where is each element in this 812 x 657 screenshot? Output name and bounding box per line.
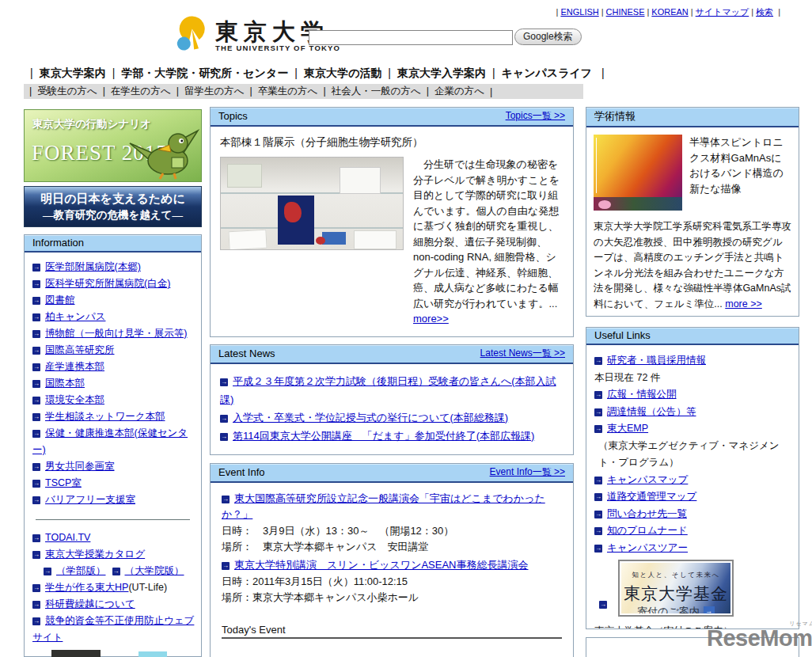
catalog-sub-links: →（学部版）→（大学院版） [32, 563, 195, 579]
useful-link-procurement[interactable]: 調達情報（公告）等 [607, 406, 696, 417]
research-figure-image [594, 135, 682, 211]
arrow-bullet-icon: → [32, 617, 40, 625]
resemom-watermark: リセマム ReseMom. [707, 625, 812, 651]
news-item: →第114回東京大学公開講座 「だます」参加受付終了(本部広報課) [220, 427, 563, 445]
arrow-bullet-icon: → [220, 433, 228, 441]
useful-link-campus-map[interactable]: キャンパスマップ [607, 474, 688, 485]
useful-link-contact[interactable]: 問い合わせ先一覧 [607, 508, 687, 519]
sitemap-link[interactable]: サイトマップ [696, 7, 749, 17]
sidebar-link-environment[interactable]: 環境安全本部 [45, 394, 104, 405]
event-datetime: 日時： 3月9日（水）13：30～ （開場12：30） [222, 523, 562, 538]
arrow-bullet-icon: → [32, 313, 40, 321]
list-item: →科研費繰越について [32, 596, 195, 613]
sidebar-link-counseling[interactable]: 学生相談ネットワーク本部 [45, 411, 165, 422]
nav-item-about[interactable]: 東京大学案内 [24, 66, 106, 79]
arrow-bullet-icon: → [32, 347, 40, 355]
sidebar-link-ims-hospital[interactable]: 医科学研究所附属病院(白金) [45, 278, 170, 289]
topics-content: 本部棟１階展示（分子細胞生物学研究所） 分生研では生命現 [211, 127, 573, 336]
nav-item-international[interactable]: 留学生の方へ [171, 85, 245, 98]
list-item: →TSCP室 [32, 475, 195, 492]
arrow-bullet-icon: → [32, 480, 40, 488]
arrow-bullet-icon: → [32, 534, 40, 542]
information-header: Information [25, 235, 201, 253]
nav-item-schools[interactable]: 学部・大学院・研究所・センター [106, 66, 289, 79]
search-input[interactable] [309, 30, 513, 45]
lang-link-korean: KOREAN [644, 7, 688, 17]
arrow-bullet-icon: → [32, 551, 40, 559]
lang-link[interactable]: CHINESE [606, 7, 645, 17]
sidebar-link-health[interactable]: 保健・健康推進本部(保健センター) [32, 427, 188, 455]
lang-link[interactable]: KOREAN [651, 7, 688, 17]
topics-list-link[interactable]: Topics一覧 >> [506, 109, 565, 123]
sidebar-link-utlife[interactable]: 学生が作る東大HP [45, 582, 128, 593]
forest-2015-banner[interactable]: 東京大学の行動シナリオ FOREST 2015 [24, 109, 202, 182]
sitemap-link-wrap: サイトマップ [689, 7, 749, 17]
arrow-bullet-icon: → [220, 415, 228, 423]
useful-links-header-label: Useful Links [594, 329, 651, 341]
list-item: →国際本部 [32, 375, 195, 392]
arrow-bullet-icon: → [32, 397, 40, 404]
useful-link-campus-tour[interactable]: キャンパスツアー [607, 542, 688, 553]
todays-event-header: Today's Event [222, 624, 562, 639]
search-link[interactable]: 検索 [756, 7, 773, 17]
nav-item-companies[interactable]: 企業の方へ [421, 85, 484, 98]
list-item: →問い合わせ先一覧 [594, 506, 791, 523]
useful-link-recruit[interactable]: 研究者・職員採用情報 [607, 355, 706, 366]
news-link[interactable]: 第114回東京大学公開講座 「だます」参加受付終了(本部広報課) [233, 430, 534, 442]
sidebar-link-barrier-free[interactable]: バリアフリー支援室 [45, 494, 135, 505]
useful-link-traffic-map[interactable]: 道路交通管理マップ [607, 491, 696, 502]
utokyo-foundation-banner[interactable]: 知と人と、そして未来へ 東京大学基金 寄付のご案内→ [618, 560, 734, 617]
sidebar-link-museum[interactable]: 博物館（一般向け見学・展示等) [45, 328, 187, 339]
news-link[interactable]: 入学式・卒業式・学位記授与式の挙行について(本部総務課) [233, 412, 508, 423]
mirai-banner[interactable]: 明日の日本を支えるために ―教育研究の危機を越えて― [24, 186, 202, 227]
sidebar-link-hospital-hongo[interactable]: 医学部附属病院(本郷) [45, 261, 141, 272]
google-search-button[interactable]: Google検索 [514, 28, 582, 45]
sidebar-link-kashiwa[interactable]: 柏キャンパス [45, 311, 105, 322]
useful-link-promenade[interactable]: 知のプロムナード [607, 525, 688, 536]
event-link[interactable]: 東大国際高等研究所設立記念一般講演会「宇宙はどこまでわかったか？」 [222, 492, 545, 520]
arrow-bullet-icon: → [32, 430, 40, 438]
latest-news-list-link[interactable]: Latest News一覧 >> [480, 347, 565, 360]
arrow-bullet-icon: → [32, 584, 40, 592]
news-link[interactable]: 平成２３年度第２次学力試験（後期日程）受験者の皆さんへ(本部入試課) [220, 375, 556, 405]
arrow-bullet-icon: → [32, 264, 40, 272]
information-box: Information →医学部附属病院(本郷) →医科学研究所附属病院(白金)… [24, 234, 202, 657]
catalog-undergrad-link[interactable]: （学部版） [56, 565, 106, 576]
sidebar-link-misuse-prevention[interactable]: 競争的資金等不正使用防止ウェブサイト [32, 615, 194, 643]
arrow-bullet-icon: → [220, 378, 228, 386]
nav-item-activities[interactable]: 東京大学の活動 [288, 66, 381, 79]
sidebar-link-ias[interactable]: 国際高等研究所 [45, 344, 115, 355]
nav-item-applicants[interactable]: 受験生の方へ [24, 85, 97, 98]
event-place: 場所：東京大学本郷キャンパス小柴ホール [222, 590, 562, 605]
sidebar-link-ducr[interactable]: 産学連携本部 [45, 361, 104, 372]
information-header-label: Information [32, 237, 84, 249]
catalog-grad-link[interactable]: （大学院版） [125, 565, 184, 576]
event-link[interactable]: 東京大学特別講演 スリン・ビッスワンASEAN事務総長講演会 [234, 559, 529, 571]
nav-item-campuslife[interactable]: キャンパスライフ [486, 66, 592, 79]
useful-link-emp[interactable]: 東大EMP [607, 423, 648, 434]
event-item: →東大国際高等研究所設立記念一般講演会「宇宙はどこまでわかったか？」 日時： 3… [222, 491, 562, 554]
sidebar-link-tscp[interactable]: TSCP室 [45, 477, 82, 488]
partial-banner-cyan[interactable] [138, 651, 167, 657]
utokyo-homepage: ENGLISHCHINESEKOREANサイトマップ検索 東京大学 THE UN… [0, 0, 812, 657]
sidebar-link-gender-equality[interactable]: 男女共同参画室 [45, 461, 115, 472]
list-item: →広報・情報公開 [594, 386, 791, 404]
sidebar-link-intl-hq[interactable]: 国際本部 [45, 378, 85, 389]
topics-more-link[interactable]: more>> [413, 313, 449, 325]
sidebar-link-todai-tv[interactable]: TODAI.TV [45, 532, 90, 543]
arrow-bullet-icon: → [222, 496, 230, 503]
nav-item-alumni[interactable]: 卒業生の方へ [245, 85, 318, 98]
nav-item-public[interactable]: 社会人・一般の方へ [317, 85, 420, 98]
lang-link[interactable]: ENGLISH [560, 7, 598, 17]
useful-link-pr[interactable]: 広報・情報公開 [607, 389, 677, 400]
nav-item-admissions[interactable]: 東京大学入学案内 [381, 66, 486, 79]
latest-news-box: Latest News Latest News一覧 >> →平成２３年度第２次学… [210, 344, 574, 455]
sidebar-link-kakenhi[interactable]: 科研費繰越について [45, 598, 135, 610]
latest-news-header: Latest News Latest News一覧 >> [211, 345, 573, 364]
academic-more-link[interactable]: more >> [725, 298, 762, 310]
sidebar-link-library[interactable]: 図書館 [45, 294, 75, 306]
nav-item-students[interactable]: 在学生の方へ [97, 85, 171, 98]
partial-banner-dark[interactable] [51, 650, 101, 657]
event-info-list-link[interactable]: Event Info一覧 >> [490, 465, 565, 479]
sidebar-link-course-catalog[interactable]: 東京大学授業カタログ [45, 549, 145, 560]
